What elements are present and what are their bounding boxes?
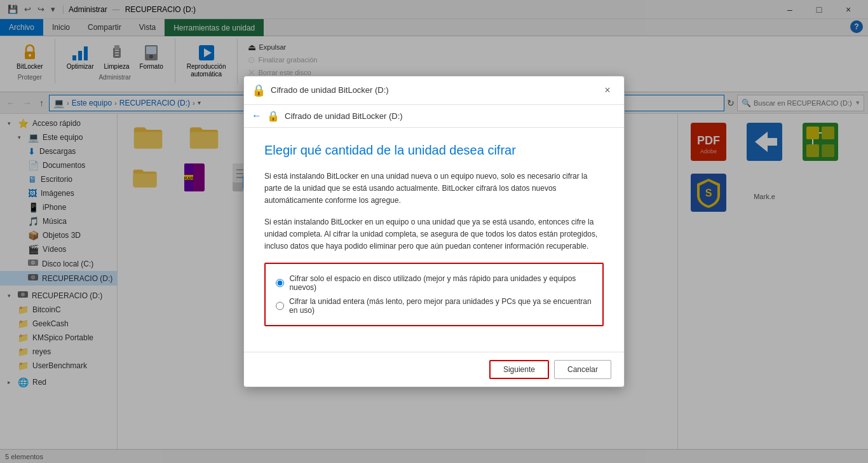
dialog-para2: Si están instalando BitLocker en un equi… (264, 216, 604, 253)
dialog-title-left: 🔒 Cifrado de unidad BitLocker (D:) (252, 83, 389, 97)
siguiente-btn[interactable]: Siguiente (489, 360, 549, 379)
dialog-options: Cifrar solo el espacio en disco utilizad… (264, 263, 604, 326)
dialog-body: Elegir qué cantidad de la unidad desea c… (244, 128, 624, 352)
dialog-titlebar: 🔒 Cifrado de unidad BitLocker (D:) × (244, 76, 624, 105)
dialog-title-text: Cifrado de unidad BitLocker (D:) (271, 85, 389, 95)
dialog-overlay: 🔒 Cifrado de unidad BitLocker (D:) × ← 🔒… (0, 0, 868, 463)
dialog-nav-title: Cifrado de unidad BitLocker (D:) (285, 111, 403, 121)
dialog-footer: Siguiente Cancelar (244, 352, 624, 387)
dialog-back-btn[interactable]: ← (252, 110, 262, 121)
dialog-close-btn[interactable]: × (599, 81, 616, 99)
dialog-heading: Elegir qué cantidad de la unidad desea c… (264, 143, 604, 158)
option1-label: Cifrar solo el espacio en disco utilizad… (289, 274, 592, 292)
radio-option1[interactable] (276, 279, 284, 287)
dialog-nav: ← 🔒 Cifrado de unidad BitLocker (D:) (244, 105, 624, 128)
radio-option2[interactable] (276, 301, 284, 310)
dialog-option2[interactable]: Cifrar la unidad entera (más lento, pero… (276, 294, 592, 317)
dialog-title-icon: 🔒 (252, 83, 266, 97)
option2-label: Cifrar la unidad entera (más lento, pero… (289, 297, 592, 315)
dialog-para1: Si está instalando BitLocker en una unid… (264, 170, 604, 207)
cancelar-btn[interactable]: Cancelar (554, 360, 611, 379)
dialog-option1[interactable]: Cifrar solo el espacio en disco utilizad… (276, 272, 592, 294)
dialog-nav-icon: 🔒 (267, 110, 280, 122)
bitlocker-dialog: 🔒 Cifrado de unidad BitLocker (D:) × ← 🔒… (243, 76, 625, 387)
